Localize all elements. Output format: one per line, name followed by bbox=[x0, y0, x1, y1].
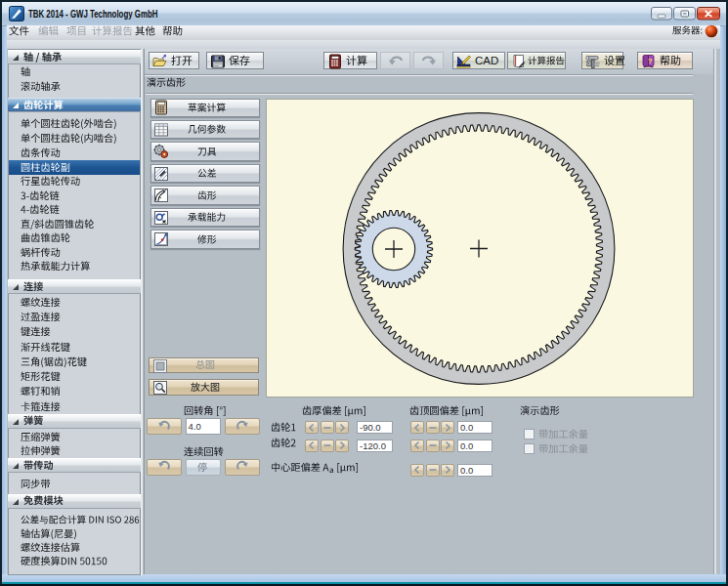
svg-text:?: ? bbox=[648, 56, 653, 64]
